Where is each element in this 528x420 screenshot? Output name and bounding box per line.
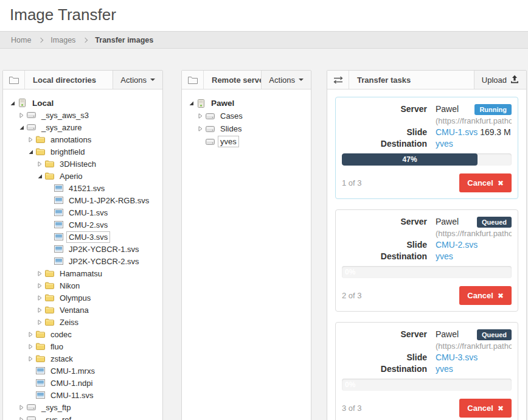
tree-item-label[interactable]: Slides — [218, 123, 244, 135]
expand-caret-icon[interactable] — [35, 173, 44, 179]
upload-button[interactable]: Upload — [474, 71, 526, 89]
tree-item-cmu-11-svs: CMU-11.svs — [5, 389, 160, 401]
image-file-icon — [35, 367, 46, 374]
tree-item-41521-svs: 41521.svs — [5, 182, 160, 194]
expand-caret-icon[interactable] — [17, 125, 26, 130]
tree-item-label[interactable]: CMU-2.svs — [66, 219, 110, 231]
collapse-caret-icon[interactable] — [26, 137, 35, 142]
slide-link[interactable]: CMU-2.svs — [436, 240, 478, 250]
status-badge: Queued — [477, 329, 512, 340]
expand-caret-icon[interactable] — [187, 100, 195, 106]
tree-item-label[interactable]: CMU-11.svs — [48, 390, 96, 401]
card-line: SlideCMU-2.svs — [342, 239, 512, 251]
destination-label: Destination — [342, 251, 427, 262]
collapse-caret-icon[interactable] — [196, 113, 204, 119]
collapse-caret-icon[interactable] — [35, 161, 44, 167]
tree-item-label[interactable]: _sys_ref — [39, 414, 74, 420]
destination-link[interactable]: yves — [436, 139, 453, 149]
task-card: QueuedServerPawel(https://frankfurt.path… — [335, 209, 518, 312]
tree-item-label[interactable]: yves — [218, 136, 239, 147]
collapse-caret-icon[interactable] — [196, 126, 204, 131]
drive-icon — [26, 112, 37, 118]
slide-link[interactable]: CMU-1.svs — [436, 127, 478, 137]
remote-actions-label: Actions — [269, 75, 295, 85]
collapse-caret-icon[interactable] — [17, 417, 26, 420]
image-file-icon — [35, 379, 46, 387]
field-value: CMU-1.svs 169.3 M — [436, 127, 512, 138]
breadcrumb-item-home[interactable]: Home — [11, 36, 31, 44]
folder-icon — [44, 294, 55, 301]
tree-item-label[interactable]: Nikon — [57, 280, 82, 292]
tree-item-zstack: zstack — [5, 352, 160, 365]
tree-item-label[interactable]: _sys_azure — [39, 122, 84, 133]
destination-link[interactable]: yves — [436, 364, 453, 374]
breadcrumb-item-images[interactable]: Images — [50, 36, 75, 44]
tree-item-annotations: annotations — [5, 133, 160, 145]
tree-item-label[interactable]: brightfield — [48, 146, 87, 158]
chevron-separator-icon — [83, 37, 88, 42]
tree-item-label[interactable]: JP2K-YCBCR-2.svs — [66, 256, 142, 267]
tree-item-label[interactable]: Local — [30, 97, 56, 109]
field-value: CMU-3.svs — [436, 352, 512, 363]
destination-label: Destination — [342, 138, 427, 150]
tree-item-label[interactable]: Ventana — [57, 304, 91, 316]
collapse-caret-icon[interactable] — [35, 295, 44, 301]
remote-servers-header: Remote servers Actions — [182, 71, 311, 89]
tree-item-label[interactable]: CMU-3.svs — [66, 231, 110, 243]
tree-item-label[interactable]: Aperio — [57, 170, 85, 182]
tree-item-label[interactable]: Hamamatsu — [57, 268, 105, 279]
destination-link[interactable]: yves — [436, 251, 453, 261]
tree-item-label[interactable]: codec — [48, 329, 74, 340]
tree-item-label[interactable]: Pawel — [209, 97, 237, 109]
collapse-caret-icon[interactable] — [35, 283, 44, 289]
remote-servers-title: Remote servers — [204, 71, 261, 89]
expand-caret-icon[interactable] — [8, 100, 16, 106]
tree-item-label[interactable]: CMU-1.svs — [66, 207, 110, 219]
collapse-caret-icon[interactable] — [26, 332, 35, 337]
collapse-caret-icon[interactable] — [35, 307, 44, 313]
collapse-caret-icon[interactable] — [17, 113, 26, 118]
tree-item-label[interactable]: fluo — [48, 341, 66, 352]
remote-actions-button[interactable]: Actions — [261, 71, 311, 89]
collapse-caret-icon[interactable] — [26, 344, 35, 349]
tree-item-label[interactable]: _sys_ftp — [39, 402, 73, 413]
task-counter: 3 of 3 — [342, 404, 362, 413]
local-actions-button[interactable]: Actions — [113, 71, 162, 89]
slide-size: 169.3 M — [480, 127, 511, 137]
close-icon: ✖ — [498, 180, 504, 187]
card-footer: 3 of 3Cancel✖ — [342, 399, 512, 418]
collapse-caret-icon[interactable] — [35, 271, 44, 276]
tree-item-label[interactable]: CMU-1.ndpi — [48, 377, 95, 389]
field-value: CMU-2.svs — [436, 239, 512, 251]
tree-item-label[interactable]: 3DHistech — [57, 158, 99, 170]
actions-caret-icon — [150, 79, 155, 81]
folder-icon — [44, 270, 55, 277]
image-file-icon — [53, 221, 64, 228]
transfer-tasks-title: Transfer tasks — [349, 71, 474, 89]
cancel-button[interactable]: Cancel✖ — [459, 399, 512, 418]
card-line: Destinationyves — [342, 251, 512, 262]
tree-item-label[interactable]: CMU-1-JP2K-RGB.svs — [66, 195, 151, 206]
server-url: (https://frankfurt.pathom — [436, 116, 512, 125]
collapse-caret-icon[interactable] — [26, 356, 35, 362]
collapse-caret-icon[interactable] — [35, 320, 44, 325]
tree-item-label[interactable]: annotations — [48, 134, 94, 145]
folder-icon — [35, 331, 46, 338]
tree-item-label[interactable]: _sys_aws_s3 — [39, 110, 91, 121]
cancel-button[interactable]: Cancel✖ — [459, 286, 512, 305]
tree-item-label[interactable]: Cases — [218, 110, 245, 122]
expand-caret-icon[interactable] — [26, 149, 35, 155]
tree-item-label[interactable]: Olympus — [57, 292, 93, 304]
tree-item-label[interactable]: CMU-1.mrxs — [48, 365, 97, 377]
collapse-caret-icon[interactable] — [17, 405, 26, 410]
tree-item-label[interactable]: zstack — [48, 353, 75, 365]
page-title: Image Transfer — [10, 5, 518, 24]
tree-item-label[interactable]: 41521.svs — [66, 183, 107, 194]
tree-item-label[interactable]: Zeiss — [57, 317, 81, 328]
server-name: Pawel — [436, 329, 459, 339]
tree-item-label[interactable]: JP2K-YCBCR-1.svs — [66, 243, 142, 255]
folder-icon — [44, 160, 55, 167]
slide-link[interactable]: CMU-3.svs — [436, 352, 478, 362]
tree-item-cases: Cases — [184, 110, 308, 122]
cancel-button[interactable]: Cancel✖ — [459, 173, 512, 192]
